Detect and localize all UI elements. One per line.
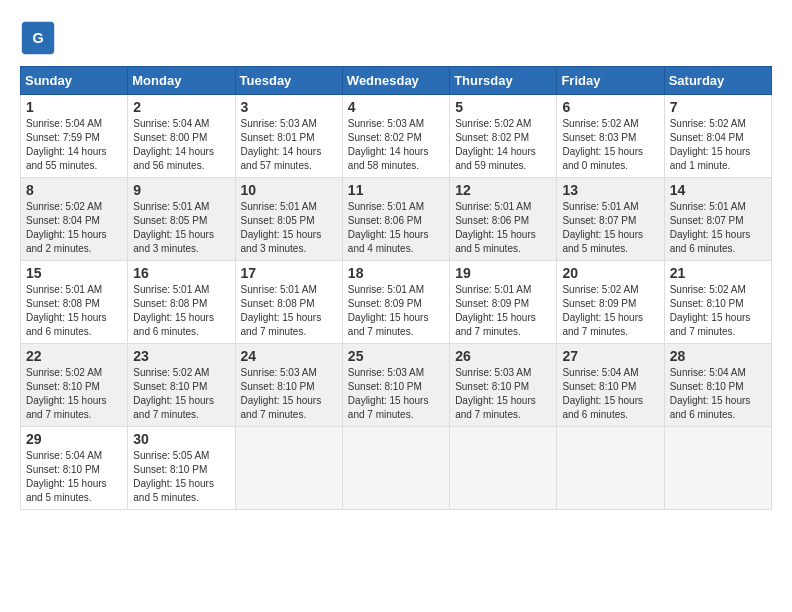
day-cell-8: 8Sunrise: 5:02 AMSunset: 8:04 PMDaylight…: [21, 178, 128, 261]
day-number: 10: [241, 182, 337, 198]
day-cell-30: 30Sunrise: 5:05 AMSunset: 8:10 PMDayligh…: [128, 427, 235, 510]
header-tuesday: Tuesday: [235, 67, 342, 95]
day-number: 2: [133, 99, 229, 115]
day-number: 16: [133, 265, 229, 281]
day-info: Sunrise: 5:01 AMSunset: 8:08 PMDaylight:…: [133, 284, 214, 337]
day-info: Sunrise: 5:05 AMSunset: 8:10 PMDaylight:…: [133, 450, 214, 503]
day-number: 3: [241, 99, 337, 115]
day-info: Sunrise: 5:02 AMSunset: 8:09 PMDaylight:…: [562, 284, 643, 337]
day-cell-3: 3Sunrise: 5:03 AMSunset: 8:01 PMDaylight…: [235, 95, 342, 178]
day-cell-2: 2Sunrise: 5:04 AMSunset: 8:00 PMDaylight…: [128, 95, 235, 178]
day-info: Sunrise: 5:02 AMSunset: 8:03 PMDaylight:…: [562, 118, 643, 171]
header-saturday: Saturday: [664, 67, 771, 95]
day-info: Sunrise: 5:01 AMSunset: 8:07 PMDaylight:…: [562, 201, 643, 254]
day-info: Sunrise: 5:04 AMSunset: 8:00 PMDaylight:…: [133, 118, 214, 171]
day-number: 8: [26, 182, 122, 198]
day-number: 1: [26, 99, 122, 115]
day-cell-26: 26Sunrise: 5:03 AMSunset: 8:10 PMDayligh…: [450, 344, 557, 427]
day-cell-23: 23Sunrise: 5:02 AMSunset: 8:10 PMDayligh…: [128, 344, 235, 427]
day-info: Sunrise: 5:04 AMSunset: 7:59 PMDaylight:…: [26, 118, 107, 171]
empty-cell: [664, 427, 771, 510]
day-cell-10: 10Sunrise: 5:01 AMSunset: 8:05 PMDayligh…: [235, 178, 342, 261]
day-number: 11: [348, 182, 444, 198]
day-cell-7: 7Sunrise: 5:02 AMSunset: 8:04 PMDaylight…: [664, 95, 771, 178]
header-sunday: Sunday: [21, 67, 128, 95]
day-info: Sunrise: 5:03 AMSunset: 8:10 PMDaylight:…: [241, 367, 322, 420]
day-cell-13: 13Sunrise: 5:01 AMSunset: 8:07 PMDayligh…: [557, 178, 664, 261]
calendar-body: 1Sunrise: 5:04 AMSunset: 7:59 PMDaylight…: [21, 95, 772, 510]
day-number: 5: [455, 99, 551, 115]
logo: G: [20, 20, 62, 56]
day-cell-1: 1Sunrise: 5:04 AMSunset: 7:59 PMDaylight…: [21, 95, 128, 178]
day-cell-15: 15Sunrise: 5:01 AMSunset: 8:08 PMDayligh…: [21, 261, 128, 344]
day-info: Sunrise: 5:01 AMSunset: 8:08 PMDaylight:…: [26, 284, 107, 337]
day-info: Sunrise: 5:01 AMSunset: 8:06 PMDaylight:…: [455, 201, 536, 254]
day-info: Sunrise: 5:04 AMSunset: 8:10 PMDaylight:…: [562, 367, 643, 420]
day-number: 13: [562, 182, 658, 198]
day-info: Sunrise: 5:04 AMSunset: 8:10 PMDaylight:…: [26, 450, 107, 503]
empty-cell: [450, 427, 557, 510]
day-number: 22: [26, 348, 122, 364]
day-info: Sunrise: 5:02 AMSunset: 8:10 PMDaylight:…: [26, 367, 107, 420]
day-number: 4: [348, 99, 444, 115]
day-number: 23: [133, 348, 229, 364]
week-row-4: 22Sunrise: 5:02 AMSunset: 8:10 PMDayligh…: [21, 344, 772, 427]
week-row-5: 29Sunrise: 5:04 AMSunset: 8:10 PMDayligh…: [21, 427, 772, 510]
day-info: Sunrise: 5:01 AMSunset: 8:09 PMDaylight:…: [455, 284, 536, 337]
weekday-header-row: Sunday Monday Tuesday Wednesday Thursday…: [21, 67, 772, 95]
day-cell-4: 4Sunrise: 5:03 AMSunset: 8:02 PMDaylight…: [342, 95, 449, 178]
day-info: Sunrise: 5:03 AMSunset: 8:10 PMDaylight:…: [455, 367, 536, 420]
day-number: 7: [670, 99, 766, 115]
day-cell-17: 17Sunrise: 5:01 AMSunset: 8:08 PMDayligh…: [235, 261, 342, 344]
day-info: Sunrise: 5:02 AMSunset: 8:10 PMDaylight:…: [133, 367, 214, 420]
day-info: Sunrise: 5:01 AMSunset: 8:05 PMDaylight:…: [133, 201, 214, 254]
day-number: 19: [455, 265, 551, 281]
day-cell-28: 28Sunrise: 5:04 AMSunset: 8:10 PMDayligh…: [664, 344, 771, 427]
day-number: 12: [455, 182, 551, 198]
logo-icon: G: [20, 20, 56, 56]
day-info: Sunrise: 5:01 AMSunset: 8:06 PMDaylight:…: [348, 201, 429, 254]
day-cell-18: 18Sunrise: 5:01 AMSunset: 8:09 PMDayligh…: [342, 261, 449, 344]
day-cell-16: 16Sunrise: 5:01 AMSunset: 8:08 PMDayligh…: [128, 261, 235, 344]
day-cell-21: 21Sunrise: 5:02 AMSunset: 8:10 PMDayligh…: [664, 261, 771, 344]
svg-text:G: G: [32, 30, 43, 46]
day-cell-11: 11Sunrise: 5:01 AMSunset: 8:06 PMDayligh…: [342, 178, 449, 261]
day-cell-5: 5Sunrise: 5:02 AMSunset: 8:02 PMDaylight…: [450, 95, 557, 178]
day-info: Sunrise: 5:02 AMSunset: 8:02 PMDaylight:…: [455, 118, 536, 171]
day-number: 6: [562, 99, 658, 115]
day-cell-14: 14Sunrise: 5:01 AMSunset: 8:07 PMDayligh…: [664, 178, 771, 261]
page-header: G: [20, 20, 772, 56]
day-number: 29: [26, 431, 122, 447]
day-info: Sunrise: 5:03 AMSunset: 8:01 PMDaylight:…: [241, 118, 322, 171]
day-info: Sunrise: 5:01 AMSunset: 8:05 PMDaylight:…: [241, 201, 322, 254]
day-number: 20: [562, 265, 658, 281]
day-number: 25: [348, 348, 444, 364]
day-cell-9: 9Sunrise: 5:01 AMSunset: 8:05 PMDaylight…: [128, 178, 235, 261]
day-cell-22: 22Sunrise: 5:02 AMSunset: 8:10 PMDayligh…: [21, 344, 128, 427]
day-cell-29: 29Sunrise: 5:04 AMSunset: 8:10 PMDayligh…: [21, 427, 128, 510]
day-info: Sunrise: 5:02 AMSunset: 8:10 PMDaylight:…: [670, 284, 751, 337]
week-row-2: 8Sunrise: 5:02 AMSunset: 8:04 PMDaylight…: [21, 178, 772, 261]
calendar-table: Sunday Monday Tuesday Wednesday Thursday…: [20, 66, 772, 510]
day-number: 14: [670, 182, 766, 198]
empty-cell: [235, 427, 342, 510]
empty-cell: [557, 427, 664, 510]
day-info: Sunrise: 5:01 AMSunset: 8:07 PMDaylight:…: [670, 201, 751, 254]
header-friday: Friday: [557, 67, 664, 95]
header-monday: Monday: [128, 67, 235, 95]
day-cell-19: 19Sunrise: 5:01 AMSunset: 8:09 PMDayligh…: [450, 261, 557, 344]
day-info: Sunrise: 5:04 AMSunset: 8:10 PMDaylight:…: [670, 367, 751, 420]
day-cell-24: 24Sunrise: 5:03 AMSunset: 8:10 PMDayligh…: [235, 344, 342, 427]
header-thursday: Thursday: [450, 67, 557, 95]
day-number: 18: [348, 265, 444, 281]
day-number: 30: [133, 431, 229, 447]
day-info: Sunrise: 5:01 AMSunset: 8:08 PMDaylight:…: [241, 284, 322, 337]
day-number: 15: [26, 265, 122, 281]
day-cell-6: 6Sunrise: 5:02 AMSunset: 8:03 PMDaylight…: [557, 95, 664, 178]
day-number: 9: [133, 182, 229, 198]
day-info: Sunrise: 5:03 AMSunset: 8:02 PMDaylight:…: [348, 118, 429, 171]
day-number: 26: [455, 348, 551, 364]
day-number: 21: [670, 265, 766, 281]
week-row-3: 15Sunrise: 5:01 AMSunset: 8:08 PMDayligh…: [21, 261, 772, 344]
day-info: Sunrise: 5:02 AMSunset: 8:04 PMDaylight:…: [26, 201, 107, 254]
